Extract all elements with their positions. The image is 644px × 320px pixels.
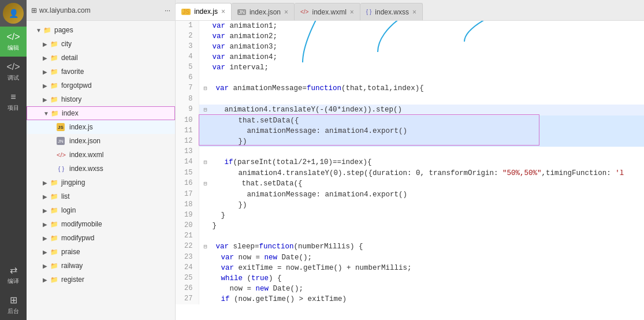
line-number: 17 [176, 189, 199, 200]
tab-wxml-close[interactable]: × [350, 9, 354, 16]
tree-item-modifymobile[interactable]: ▶ 📁 modifymobile [27, 217, 175, 231]
pages-label: pages [54, 26, 73, 34]
tree-item-detail[interactable]: ▶ 📁 detail [27, 51, 175, 65]
index-wxss-label: index.wxss [69, 165, 103, 173]
register-arrow: ▶ [43, 277, 50, 283]
sidebar-item-backend[interactable]: ⊞ 后台 [0, 290, 27, 320]
tree-item-railway[interactable]: ▶ 📁 railway [27, 259, 175, 273]
code-editor[interactable]: 1 var animation1; 2 var animation2; 3 va… [176, 21, 644, 320]
folder-icon-list: 📁 [50, 192, 59, 201]
line-content[interactable]: var animation2; [199, 31, 644, 42]
tree-item-register[interactable]: ▶ 📁 register [27, 273, 175, 286]
line-number: 10 [176, 116, 199, 126]
tree-item-history[interactable]: ▶ 📁 history [27, 92, 175, 106]
table-row: 14 ⊟ if(parseInt(total/2+1,10)==index){ [176, 157, 644, 168]
table-row: 22 ⊟ var sleep=function(numberMillis) { [176, 241, 644, 252]
editor-area: JS index.js × JN index.json × </> index.… [176, 0, 644, 320]
line-content[interactable]: animationMessage: animation4.export() [199, 189, 644, 200]
tab-js-close[interactable]: × [221, 8, 225, 15]
tree-item-index-wxss[interactable]: { } index.wxss [27, 162, 175, 176]
tree-item-modifypwd[interactable]: ▶ 📁 modifypwd [27, 231, 175, 245]
tree-item-praise[interactable]: ▶ 📁 praise [27, 245, 175, 259]
line-content[interactable]: ⊟ that.setData({ [199, 178, 644, 189]
line-content[interactable] [199, 147, 644, 157]
tree-item-index-json[interactable]: JN index.json [27, 134, 175, 148]
tab-index-wxml[interactable]: </> index.wxml × [295, 3, 360, 20]
line-content[interactable]: while (true) { [199, 273, 644, 284]
table-row: 19 } [176, 210, 644, 221]
tab-index-json[interactable]: JN index.json × [232, 3, 295, 20]
tree-item-index-wxml[interactable]: </> index.wxml [27, 148, 175, 162]
line-number: 3 [176, 42, 199, 52]
list-label: list [61, 192, 70, 200]
table-row: 3 var animation3; [176, 42, 644, 52]
table-row: 1 var animation1; [176, 21, 644, 31]
tab-index-js[interactable]: JS index.js × [176, 3, 232, 20]
avatar[interactable]: 👤 [0, 0, 27, 27]
tree-item-login[interactable]: ▶ 📁 login [27, 203, 175, 217]
sidebar-item-project[interactable]: ≡ 项目 [0, 87, 27, 117]
line-content[interactable]: now = new Date(); [199, 284, 644, 294]
line-content[interactable]: }) [199, 200, 644, 210]
modifypwd-arrow: ▶ [43, 235, 50, 241]
folder-icon-city: 📁 [50, 39, 59, 49]
line-content[interactable]: animation4.translateY(0).step({duration:… [199, 168, 644, 178]
tab-index-wxss[interactable]: { } index.wxss × [360, 3, 423, 20]
folder-icon-pages: 📁 [43, 25, 52, 35]
line-content[interactable]: ⊟ var sleep=function(numberMillis) { [199, 241, 644, 252]
line-number: 22 [176, 241, 199, 252]
line-number: 1 [176, 21, 199, 31]
line-content[interactable]: }) [199, 136, 644, 147]
sidebar-label-backend: 后台 [8, 307, 19, 315]
line-content[interactable]: that.setData({ [199, 116, 644, 126]
sidebar-item-debug[interactable]: </> 调试 [0, 57, 27, 87]
line-content[interactable] [199, 231, 644, 241]
line-number: 5 [176, 62, 199, 73]
line-content[interactable]: ⊟ var animationMessage=function(that,tot… [199, 83, 644, 94]
tree-item-index-js[interactable]: JS index.js [27, 120, 175, 134]
tab-wxss-close[interactable]: × [412, 9, 416, 16]
tab-wxml-label: index.wxml [312, 8, 346, 16]
line-content[interactable] [199, 94, 644, 105]
line-content[interactable]: } [199, 210, 644, 221]
index-arrow: ▼ [43, 110, 50, 117]
tree-item-list[interactable]: ▶ 📁 list [27, 189, 175, 203]
line-number: 18 [176, 200, 199, 210]
tree-item-forgotpwd[interactable]: ▶ 📁 forgotpwd [27, 79, 175, 92]
line-content[interactable]: animationMessage: animation4.export() [199, 126, 644, 136]
sidebar-item-compile[interactable]: ⇄ 编译 [0, 260, 27, 290]
line-content[interactable]: ⊟ if(parseInt(total/2+1,10)==index){ [199, 157, 644, 168]
line-content[interactable]: var animation3; [199, 42, 644, 52]
tree-item-favorite[interactable]: ▶ 📁 favorite [27, 65, 175, 79]
line-number: 27 [176, 294, 199, 304]
line-content[interactable]: ⊟ animation4.translateY(-(40*index)).ste… [199, 105, 644, 116]
login-label: login [61, 206, 76, 214]
line-number: 6 [176, 73, 199, 83]
tab-json-close[interactable]: × [284, 9, 288, 16]
tree-item-jingping[interactable]: ▶ 📁 jingping [27, 176, 175, 189]
table-row: 6 [176, 73, 644, 83]
tree-item-pages[interactable]: ▼ 📁 pages [27, 23, 175, 37]
tree-more-btn[interactable]: ··· [165, 6, 170, 14]
line-content[interactable]: } [199, 221, 644, 231]
line-content[interactable]: var animation4; [199, 52, 644, 62]
line-content[interactable]: var animation1; [199, 21, 644, 31]
line-content[interactable]: var now = new Date(); [199, 252, 644, 263]
table-row: 23 var now = new Date(); [176, 252, 644, 263]
tree-item-index[interactable]: ▼ 📁 index [27, 106, 175, 120]
table-row: 20 } [176, 221, 644, 231]
line-number: 7 [176, 83, 199, 94]
index-wxml-label: index.wxml [69, 151, 103, 159]
table-row: 17 animationMessage: animation4.export() [176, 189, 644, 200]
line-content[interactable]: if (now.getTime() > exitTime) [199, 294, 644, 304]
tree-item-city[interactable]: ▶ 📁 city [27, 37, 175, 51]
sidebar-item-edit[interactable]: </> 编辑 [0, 27, 27, 57]
line-content[interactable]: var interval; [199, 62, 644, 73]
login-arrow: ▶ [43, 207, 50, 214]
line-content[interactable] [199, 73, 644, 83]
table-row: 27 if (now.getTime() > exitTime) [176, 294, 644, 304]
detail-label: detail [61, 54, 78, 62]
index-label: index [62, 109, 79, 117]
tab-wxss-icon: { } [366, 9, 371, 15]
line-content[interactable]: var exitTime = now.getTime() + numberMil… [199, 263, 644, 273]
